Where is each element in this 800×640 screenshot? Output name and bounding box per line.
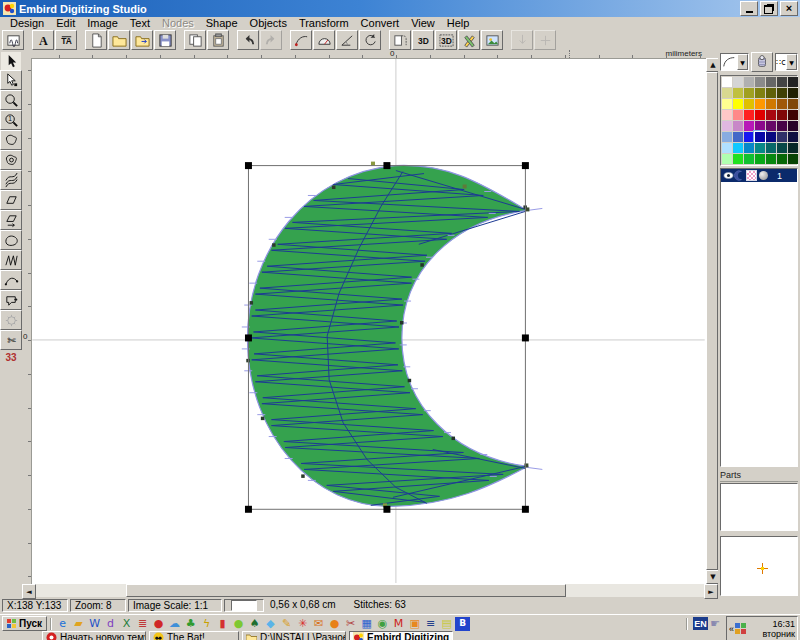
copy-button[interactable] (184, 30, 206, 50)
font-editor-button[interactable]: TA (55, 30, 77, 50)
satin-stitch-tool[interactable] (0, 250, 22, 270)
asterisk-icon[interactable]: ✳ (295, 617, 310, 631)
color-code-dropdown[interactable]: ∷c ▼ (775, 53, 798, 71)
scissors-tool[interactable]: ✄ (0, 330, 22, 350)
palette-color[interactable] (788, 154, 798, 164)
palette-color[interactable] (722, 154, 732, 164)
menu-shape[interactable]: Shape (200, 17, 244, 30)
palette-color[interactable] (766, 110, 776, 120)
palette-color[interactable] (722, 110, 732, 120)
taskbar-window-2[interactable]: The Bat! (149, 631, 239, 640)
horizontal-scroll-thumb[interactable] (126, 584, 566, 597)
menu-objects[interactable]: Objects (244, 17, 293, 30)
menu-image[interactable]: Image (81, 17, 124, 30)
ie-icon[interactable]: e (55, 617, 70, 631)
tray-collapse-chevron[interactable]: « (729, 624, 734, 634)
palette-color[interactable] (755, 143, 765, 153)
fill-region-tool[interactable] (0, 130, 22, 150)
palette-color[interactable] (733, 110, 743, 120)
palette-color[interactable] (744, 154, 754, 164)
compensation-button[interactable] (336, 30, 358, 50)
palette-color[interactable] (755, 154, 765, 164)
select-tool[interactable] (1, 52, 21, 70)
new-design-button[interactable] (85, 30, 107, 50)
word-icon[interactable]: W (87, 617, 102, 631)
books-icon[interactable]: ≣ (135, 617, 150, 631)
menu-text[interactable]: Text (124, 17, 156, 30)
envelope-icon[interactable]: ✉ (311, 617, 326, 631)
start-button[interactable]: Пуск (2, 616, 47, 631)
view-3d-button[interactable]: 3D (412, 30, 434, 50)
import-button[interactable] (131, 30, 153, 50)
palette-color[interactable] (755, 88, 765, 98)
layer-row[interactable]: 1 (721, 169, 797, 182)
fill-hole-tool[interactable] (0, 150, 22, 170)
close-button[interactable]: × (780, 1, 798, 16)
palette-color[interactable] (722, 121, 732, 131)
density-button[interactable] (313, 30, 335, 50)
weather-icon[interactable]: ☁ (167, 617, 182, 631)
palette-color[interactable] (755, 132, 765, 142)
paste-button[interactable] (207, 30, 229, 50)
menu-edit[interactable]: Edit (50, 17, 81, 30)
freehand-shape-tool[interactable] (0, 230, 22, 250)
palette-color[interactable] (766, 154, 776, 164)
colors-button[interactable] (458, 30, 480, 50)
page-app-icon[interactable]: ▤ (439, 617, 454, 631)
menu-design[interactable]: Design (4, 17, 50, 30)
horizontal-scrollbar[interactable]: ◄ ► (22, 584, 718, 597)
bluetooth-icon[interactable]: B (455, 617, 470, 631)
taskbar-window-3[interactable]: D:\INSTALL\Разное\Embird (242, 631, 346, 640)
palette-color[interactable] (788, 77, 798, 87)
hatch-fill-tool[interactable] (0, 170, 22, 190)
tree-icon[interactable]: ♣ (183, 617, 198, 631)
curve-button[interactable] (290, 30, 312, 50)
connection-tool[interactable] (0, 290, 22, 310)
palette-color[interactable] (766, 132, 776, 142)
palette-color[interactable] (744, 132, 754, 142)
palette-color[interactable] (788, 121, 798, 131)
palette-color[interactable] (766, 99, 776, 109)
language-indicator[interactable]: EN (693, 617, 708, 630)
palette-color[interactable] (766, 77, 776, 87)
lightning-icon[interactable]: ϟ (199, 617, 214, 631)
visibility-eye-icon[interactable] (723, 170, 734, 181)
palette-color[interactable] (722, 132, 732, 142)
design-preview-button[interactable] (2, 30, 24, 50)
undo-button[interactable] (237, 30, 259, 50)
palette-color[interactable] (777, 132, 787, 142)
palette-color[interactable] (733, 132, 743, 142)
red-block-icon[interactable]: ▮ (215, 617, 230, 631)
lettering-button[interactable]: A (32, 30, 54, 50)
curve-style-dropdown[interactable]: ▼ (720, 53, 749, 71)
pencil-icon[interactable]: ✎ (279, 617, 294, 631)
minimize-button[interactable] (740, 1, 758, 16)
palette-color[interactable] (755, 99, 765, 109)
palette-color[interactable] (777, 99, 787, 109)
palette-color[interactable] (788, 132, 798, 142)
palette-color[interactable] (722, 99, 732, 109)
palette-color[interactable] (777, 154, 787, 164)
palette-color[interactable] (744, 110, 754, 120)
palette-color[interactable] (733, 99, 743, 109)
menu-convert[interactable]: Convert (355, 17, 406, 30)
palette-color[interactable] (733, 88, 743, 98)
menu-help[interactable]: Help (441, 17, 476, 30)
image-tool-button[interactable] (481, 30, 503, 50)
column-arrow-tool[interactable] (0, 210, 22, 230)
palette-color[interactable] (777, 88, 787, 98)
palette-color[interactable] (766, 143, 776, 153)
flip-button[interactable] (389, 30, 411, 50)
mail-folder-icon[interactable]: ▰ (71, 617, 86, 631)
grid-app-icon[interactable]: ▦ (359, 617, 374, 631)
rotate-button[interactable] (359, 30, 381, 50)
palette-color[interactable] (733, 121, 743, 131)
arc-line-tool[interactable] (0, 270, 22, 290)
orange-dot-icon[interactable]: ● (327, 617, 342, 631)
palette-color[interactable] (744, 88, 754, 98)
pear-icon[interactable]: ● (231, 617, 246, 631)
palette-color[interactable] (777, 110, 787, 120)
restore-button[interactable] (760, 1, 778, 16)
vertical-scroll-thumb[interactable] (706, 72, 718, 570)
dropdown-arrow-icon[interactable]: ▼ (786, 54, 797, 70)
